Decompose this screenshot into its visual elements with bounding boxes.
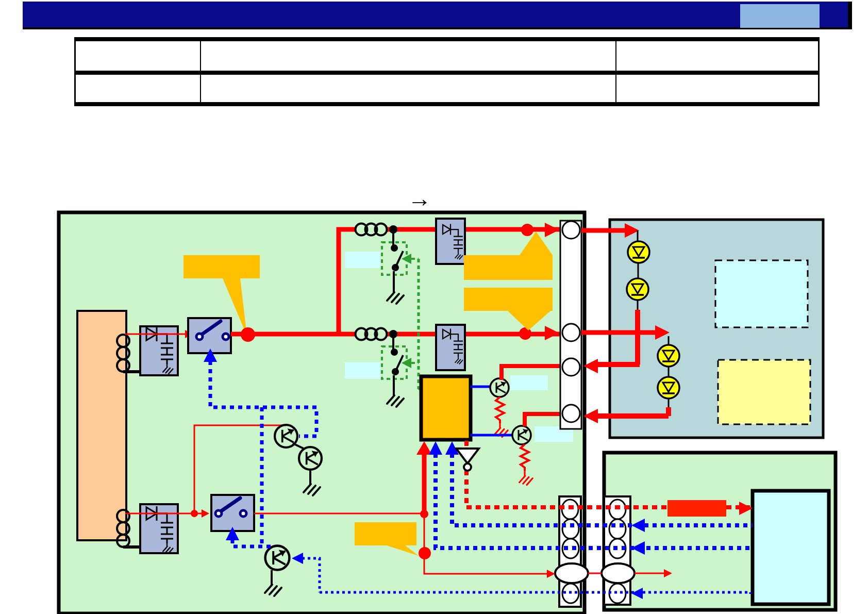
led-lamp-4 [658,377,679,399]
label-box-driver-1 [510,375,548,390]
ecu-unit [753,491,829,604]
circuit-diagram [0,0,868,614]
control-ic [421,376,471,440]
label-box-relay-2 [345,362,380,379]
rectifier-filter-2 [140,504,178,553]
power-switch-2 [211,495,254,531]
connector-bottom-right [602,496,635,605]
connector-top [560,221,581,429]
led-lamp-2 [627,278,648,300]
rectifier-filter-4 [436,325,465,370]
rectifier-filter-3 [436,219,465,264]
led-lamp-1 [628,241,649,263]
slide: → [0,0,868,614]
label-box-relay-1 [345,252,380,268]
led-lamp-3 [658,345,679,367]
lamp-panel-note-box-yellow [718,360,810,424]
signal-label [667,500,726,517]
power-switch-1 [188,318,231,353]
lamp-panel-note-box-cyan [715,260,808,327]
